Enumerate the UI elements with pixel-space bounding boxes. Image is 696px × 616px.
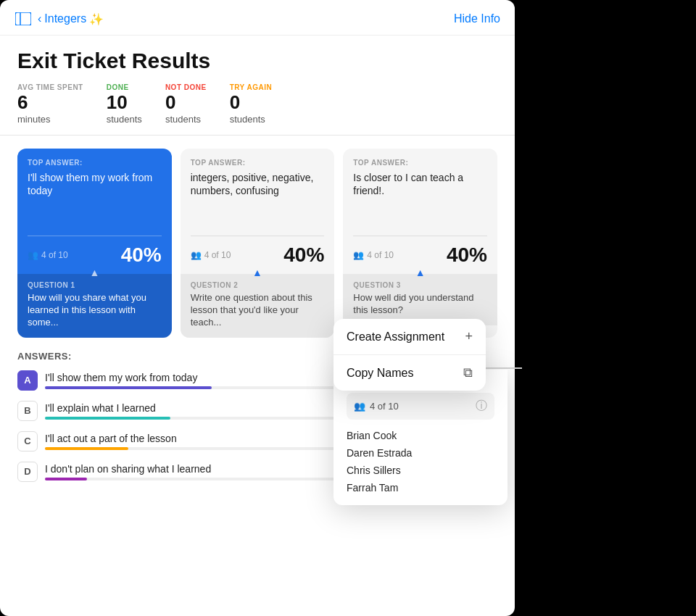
card-3-bottom: ▲ QUESTION 3 How well did you understand… [343,274,497,325]
create-assignment-label: Create Assignment [347,330,444,344]
back-label: Integers [44,12,86,25]
card-2-top: TOP ANSWER: integers, positive, negative… [181,149,335,236]
card-1-answer: I'll show them my work from today [28,171,162,197]
card-2-answer: integers, positive, negative, numbers, c… [191,171,325,197]
stat-done-value: 10 [107,91,142,114]
card-1[interactable]: TOP ANSWER: I'll show them my work from … [17,149,172,338]
card-2-q-text: Write one question about this lesson tha… [191,292,325,329]
card-1-people: 👥 4 of 10 [28,250,68,260]
card-3-top: TOP ANSWER: Is closer to I can teach a f… [343,149,497,236]
sparkle-icon: ✨ [89,12,104,26]
people-icon-2: 👥 [191,250,202,260]
stat-avg-sub: minutes [17,114,83,125]
hide-info-button[interactable]: Hide Info [454,12,500,25]
card-1-top-label: TOP ANSWER: [28,159,162,167]
card-3-chevron: ▲ [415,267,426,278]
answer-bar-b [45,417,170,420]
plus-icon: + [465,329,473,344]
card-2-percent: 40% [283,244,324,267]
copy-icon: ⧉ [463,365,473,380]
answer-badge-b: B [17,401,38,421]
main-panel: ‹ Integers ✨ Hide Info Exit Ticket Resul… [0,0,515,616]
stat-avg-time: AVG TIME SPENT 6 minutes [17,83,83,125]
stat-notdone-sub: students [165,114,207,125]
card-3-q-text: How well did you understand this lesson? [353,292,487,317]
answer-bar-c [45,447,128,450]
stat-try-again: TRY AGAIN 0 students [230,83,273,125]
top-bar: ‹ Integers ✨ Hide Info [0,0,515,36]
cards-row: TOP ANSWER: I'll show them my work from … [0,136,515,338]
card-2-chevron: ▲ [252,267,262,278]
people-icon-3: 👥 [353,250,364,260]
card-3-people: 👥 4 of 10 [353,250,394,260]
stat-done: DONE 10 students [107,83,142,125]
answer-bar-d [45,478,87,480]
card-1-top: TOP ANSWER: I'll show them my work from … [17,149,172,236]
svg-rect-0 [15,12,31,25]
students-people-icon: 👥 [354,401,365,412]
answer-badge-d: D [17,462,38,482]
card-3[interactable]: TOP ANSWER: Is closer to I can teach a f… [343,149,497,338]
stat-avg-label: AVG TIME SPENT [17,83,83,91]
sidebar-icon[interactable] [14,10,32,28]
card-3-q-label: QUESTION 3 [353,281,487,289]
chevron-left-icon: ‹ [38,12,41,25]
stat-tryagain-label: TRY AGAIN [230,83,273,91]
people-icon: 👥 [28,250,38,260]
stat-done-sub: students [107,114,142,125]
students-count-row: 👥 4 of 10 ⓘ [347,393,494,420]
card-1-bottom: ▲ QUESTION 1 How will you share what you… [17,274,172,338]
stat-tryagain-value: 0 [230,91,273,114]
connector-line [486,367,522,369]
popup-menu: Create Assignment + Copy Names ⧉ [334,319,486,391]
answer-badge-c: C [17,431,38,451]
students-count: 4 of 10 [370,401,399,412]
back-link[interactable]: ‹ Integers ✨ [38,12,104,26]
students-info-icon[interactable]: ⓘ [476,399,487,414]
student-name-1: Brian Cook [347,427,494,444]
card-1-chevron: ▲ [89,267,99,278]
student-name-2: Daren Estrada [347,444,494,462]
card-2-top-label: TOP ANSWER: [191,159,325,167]
student-name-3: Chris Sillers [347,462,494,479]
stat-notdone-value: 0 [165,91,207,114]
stats-row: AVG TIME SPENT 6 minutes DONE 10 student… [0,83,515,136]
answer-badge-a: A [17,370,38,391]
answer-bar-a [45,386,212,389]
card-2-bottom: ▲ QUESTION 2 Write one question about th… [181,274,335,338]
stat-tryagain-sub: students [230,114,273,125]
create-assignment-item[interactable]: Create Assignment + [334,319,486,355]
copy-names-item[interactable]: Copy Names ⧉ [334,355,486,391]
card-3-top-label: TOP ANSWER: [353,159,487,167]
page-title: Exit Ticket Results [0,36,515,83]
students-count-left: 👥 4 of 10 [354,401,399,412]
card-2-people: 👥 4 of 10 [191,250,231,260]
card-1-q-label: QUESTION 1 [28,281,162,289]
card-3-percent: 40% [447,244,487,267]
top-bar-left: ‹ Integers ✨ [14,10,104,28]
stat-not-done: NOT DONE 0 students [165,83,207,125]
stat-done-label: DONE [107,83,142,91]
copy-names-label: Copy Names [347,367,413,380]
card-2[interactable]: TOP ANSWER: integers, positive, negative… [181,149,335,338]
stat-notdone-label: NOT DONE [165,83,207,91]
stat-avg-value: 6 [17,91,83,114]
card-1-percent: 40% [121,244,162,267]
card-2-q-label: QUESTION 2 [191,281,325,289]
card-3-answer: Is closer to I can teach a friend!. [353,171,487,197]
student-name-4: Farrah Tam [347,479,494,496]
card-1-q-text: How will you share what you learned in t… [28,292,162,329]
